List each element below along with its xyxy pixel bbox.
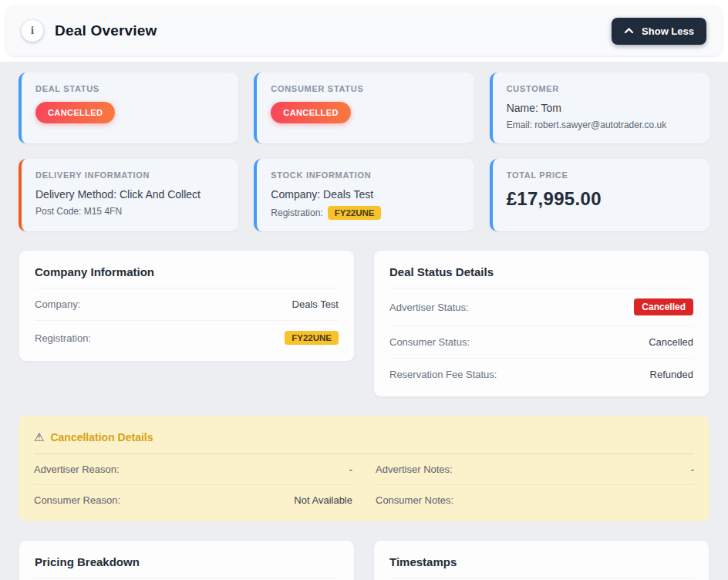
section-title: Pricing Breakdown: [35, 545, 339, 578]
card-label: CUSTOMER: [507, 84, 696, 93]
row-value: Not Available: [294, 494, 352, 506]
bottom-section: Pricing Breakdown Supplied Price: £17,99…: [19, 540, 709, 580]
show-less-button[interactable]: Show Less: [612, 18, 706, 45]
consumer-status-card: CONSUMER STATUS CANCELLED: [254, 72, 474, 143]
registration-badge: FY22UNE: [285, 331, 339, 345]
row-label: Advertiser Status:: [389, 302, 469, 313]
customer-name: Name: Tom: [507, 102, 696, 114]
warning-icon: ⚠: [34, 430, 44, 444]
row-label: Advertiser Reason:: [34, 464, 120, 475]
registration-label: Registration:: [271, 207, 322, 218]
advertiser-status-badge: Cancelled: [634, 298, 693, 315]
stock-company: Company: Deals Test: [271, 188, 460, 201]
delivery-method: Delivery Method: Click And Collect: [35, 188, 224, 201]
row-label: Consumer Status:: [389, 336, 470, 348]
stock-information-card: STOCK INFORMATION Company: Deals Test Re…: [254, 159, 474, 231]
pricing-breakdown-card: Pricing Breakdown Supplied Price: £17,99…: [19, 540, 355, 580]
header-wrap: i Deal Overview Show Less: [0, 0, 728, 62]
deal-status-details-card: Deal Status Details Advertiser Status: C…: [373, 250, 709, 397]
info-row: Registration: FY22UNE: [35, 321, 339, 355]
info-row: Consumer Status: Cancelled: [389, 326, 693, 359]
row-label: Consumer Reason:: [34, 494, 120, 506]
cancel-row: Advertiser Reason: -: [34, 454, 352, 485]
section-title: Timestamps: [389, 545, 693, 578]
post-code: Post Code: M15 4FN: [35, 206, 224, 217]
row-value: Deals Test: [292, 298, 339, 310]
customer-card: CUSTOMER Name: Tom Email: robert.sawyer@…: [490, 72, 709, 143]
cancellation-details-card: ⚠ Cancellation Details Advertiser Reason…: [19, 416, 709, 521]
row-label: Consumer Notes:: [376, 494, 453, 506]
timestamps-card: Timestamps Created: 19/11/2025 01:21 PM …: [373, 540, 709, 580]
chevron-up-icon: [624, 27, 634, 35]
consumer-status-badge: CANCELLED: [271, 102, 350, 123]
company-information-card: Company Information Company: Deals Test …: [19, 250, 355, 362]
info-icon[interactable]: i: [22, 20, 43, 42]
cancel-row: Consumer Notes:: [376, 485, 694, 515]
section-title: Company Information: [35, 255, 339, 288]
customer-email: Email: robert.sawyer@autotrader.co.uk: [507, 120, 696, 130]
card-label: STOCK INFORMATION: [271, 170, 460, 180]
registration-badge: FY22UNE: [328, 206, 382, 220]
info-row: Company: Deals Test: [35, 288, 339, 321]
row-value: -: [691, 464, 694, 475]
deal-status-badge: CANCELLED: [35, 102, 115, 123]
cancellation-details-title: ⚠ Cancellation Details: [34, 420, 694, 454]
row-value: Cancelled: [649, 336, 693, 348]
cancel-row: Advertiser Notes: -: [376, 454, 694, 485]
header: i Deal Overview Show Less: [6, 6, 722, 56]
info-row: Advertiser Status: Cancelled: [389, 288, 693, 326]
row-label: Company:: [35, 298, 80, 310]
row-label: Advertiser Notes:: [376, 464, 453, 475]
page-title: Deal Overview: [55, 22, 157, 39]
header-left: i Deal Overview: [22, 20, 157, 42]
deal-overview-page: i Deal Overview Show Less DEAL STATUS CA…: [0, 0, 728, 580]
section-title: Deal Status Details: [389, 255, 693, 288]
row-value: Refunded: [650, 369, 693, 380]
row-value: -: [349, 464, 352, 475]
row-label: Registration:: [35, 332, 91, 344]
status-grid: DEAL STATUS CANCELLED CONSUMER STATUS CA…: [19, 72, 709, 231]
info-section: Company Information Company: Deals Test …: [19, 250, 709, 397]
card-label: CONSUMER STATUS: [271, 84, 460, 93]
total-price-card: TOTAL PRICE £17,995.00: [490, 159, 709, 231]
cancel-row: Consumer Reason: Not Available: [34, 485, 352, 515]
show-less-label: Show Less: [642, 25, 694, 37]
card-label: DELIVERY INFORMATION: [35, 170, 224, 180]
info-row: Reservation Fee Status: Refunded: [389, 359, 693, 390]
stock-registration-line: Registration: FY22UNE: [271, 206, 460, 220]
total-price-value: £17,995.00: [507, 188, 696, 210]
section-title: Cancellation Details: [50, 431, 153, 443]
card-label: TOTAL PRICE: [507, 170, 696, 180]
cancellation-grid: Advertiser Reason: - Advertiser Notes: -…: [34, 454, 694, 515]
row-label: Reservation Fee Status:: [389, 369, 497, 380]
delivery-information-card: DELIVERY INFORMATION Delivery Method: Cl…: [19, 159, 238, 231]
deal-status-card: DEAL STATUS CANCELLED: [19, 72, 238, 143]
card-label: DEAL STATUS: [35, 84, 224, 93]
